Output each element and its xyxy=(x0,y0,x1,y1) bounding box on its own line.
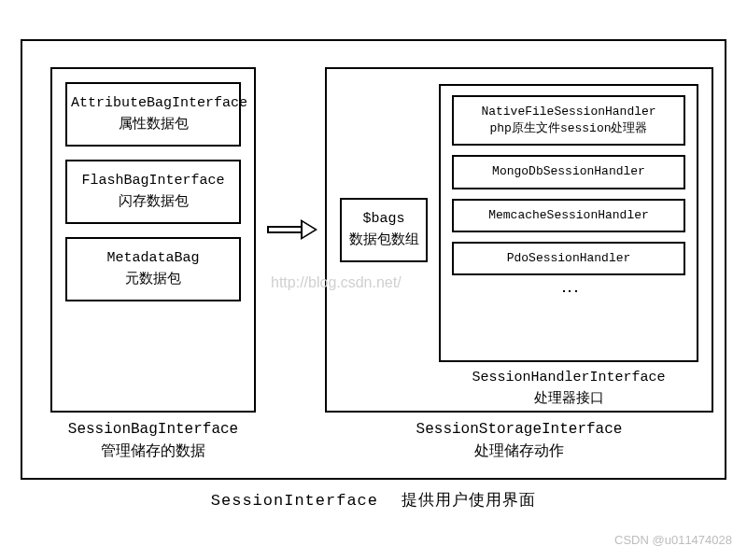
box-subtitle: php原生文件session处理器 xyxy=(458,120,680,137)
session-handler-interface-box: NativeFileSessionHandler php原生文件session处… xyxy=(439,84,698,362)
ellipsis-icon: ⋮ xyxy=(565,283,573,300)
session-storage-interface-box: $bags 数据包数组 NativeFileSessionHandler php… xyxy=(325,67,713,413)
session-interface-caption: SessionInterface 提供用户使用界面 xyxy=(0,489,747,511)
native-file-handler-box: NativeFileSessionHandler php原生文件session处… xyxy=(452,95,685,146)
bags-box: $bags 数据包数组 xyxy=(340,198,428,262)
memcache-handler-box: MemcacheSessionHandler xyxy=(452,199,685,232)
caption-subtitle: 提供用户使用界面 xyxy=(402,492,536,510)
arrow-icon xyxy=(267,220,323,239)
caption-subtitle: 处理储存动作 xyxy=(325,441,713,463)
session-bag-interface-box: AttributeBagInterface 属性数据包 FlashBagInte… xyxy=(50,67,256,413)
box-title: NativeFileSessionHandler xyxy=(458,104,680,120)
box-title: FlashBagInterface xyxy=(71,171,235,192)
caption-title: SessionStorageInterface xyxy=(325,418,713,441)
mongodb-handler-box: MongoDbSessionHandler xyxy=(452,155,685,189)
box-title: AttributeBagInterface xyxy=(71,93,235,115)
box-title: MongoDbSessionHandler xyxy=(458,163,680,180)
caption-subtitle: 处理器接口 xyxy=(439,389,698,411)
pdo-handler-box: PdoSessionHandler xyxy=(452,242,685,275)
caption-title: SessionInterface xyxy=(211,492,378,510)
footer-attribution: CSDN @u011474028 xyxy=(614,533,732,547)
session-handler-interface-caption: SessionHandlerInterface 处理器接口 xyxy=(439,368,698,410)
box-title: MetadataBag xyxy=(71,248,235,270)
caption-title: SessionHandlerInterface xyxy=(439,368,698,389)
box-title: $bags xyxy=(344,209,424,231)
attribute-bag-box: AttributeBagInterface 属性数据包 xyxy=(65,82,241,147)
session-storage-interface-caption: SessionStorageInterface 处理储存动作 xyxy=(325,418,713,463)
box-subtitle: 数据包数组 xyxy=(344,231,424,252)
caption-subtitle: 管理储存的数据 xyxy=(50,441,256,463)
box-title: PdoSessionHandler xyxy=(458,250,680,267)
box-subtitle: 闪存数据包 xyxy=(71,192,235,214)
session-bag-interface-caption: SessionBagInterface 管理储存的数据 xyxy=(50,418,256,463)
box-title: MemcacheSessionHandler xyxy=(458,207,680,224)
metadata-bag-box: MetadataBag 元数据包 xyxy=(65,237,241,301)
flash-bag-box: FlashBagInterface 闪存数据包 xyxy=(65,160,241,224)
session-interface-container: AttributeBagInterface 属性数据包 FlashBagInte… xyxy=(21,39,726,480)
box-subtitle: 元数据包 xyxy=(71,270,235,291)
box-subtitle: 属性数据包 xyxy=(71,115,235,136)
caption-title: SessionBagInterface xyxy=(50,418,256,441)
